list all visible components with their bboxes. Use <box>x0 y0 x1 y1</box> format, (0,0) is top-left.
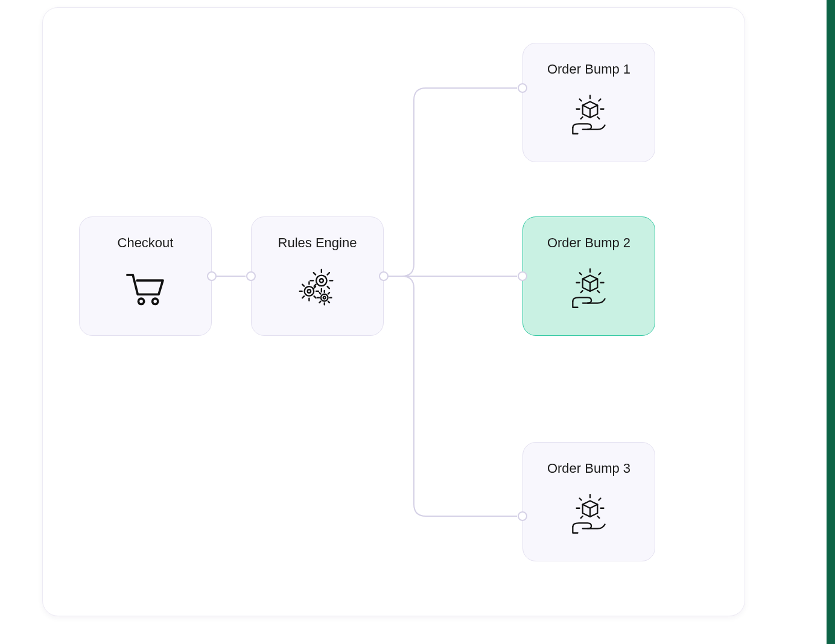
hand-box-icon <box>562 487 616 541</box>
node-bump1-title: Order Bump 1 <box>547 62 630 77</box>
node-order-bump-2[interactable]: Order Bump 2 <box>522 216 655 336</box>
node-order-bump-1[interactable]: Order Bump 1 <box>522 43 655 162</box>
svg-point-7 <box>323 297 326 299</box>
port-in-rules <box>246 271 256 281</box>
node-bump2-title: Order Bump 2 <box>547 235 630 251</box>
hand-box-icon <box>562 88 616 142</box>
page-right-stripe <box>827 0 835 644</box>
diagram-canvas: Checkout Rules Engine <box>42 7 745 616</box>
svg-point-1 <box>153 298 158 304</box>
node-order-bump-3[interactable]: Order Bump 3 <box>522 442 655 561</box>
node-rules-title: Rules Engine <box>278 235 357 251</box>
node-checkout-title: Checkout <box>118 235 174 251</box>
node-checkout[interactable]: Checkout <box>79 216 212 336</box>
port-in-bump2 <box>518 271 527 281</box>
hand-box-icon <box>562 262 616 316</box>
port-in-bump1 <box>518 83 527 93</box>
svg-point-3 <box>320 279 323 282</box>
gears-icon <box>290 262 344 316</box>
svg-point-6 <box>321 294 328 301</box>
svg-point-0 <box>138 298 144 304</box>
cart-icon <box>118 262 173 316</box>
node-rules-engine[interactable]: Rules Engine <box>251 216 384 336</box>
svg-point-5 <box>308 289 311 292</box>
node-bump3-title: Order Bump 3 <box>547 461 630 476</box>
svg-point-2 <box>316 276 327 286</box>
svg-point-4 <box>305 286 314 296</box>
port-out-rules <box>379 271 389 281</box>
port-in-bump3 <box>518 511 527 521</box>
port-out-checkout <box>207 271 217 281</box>
